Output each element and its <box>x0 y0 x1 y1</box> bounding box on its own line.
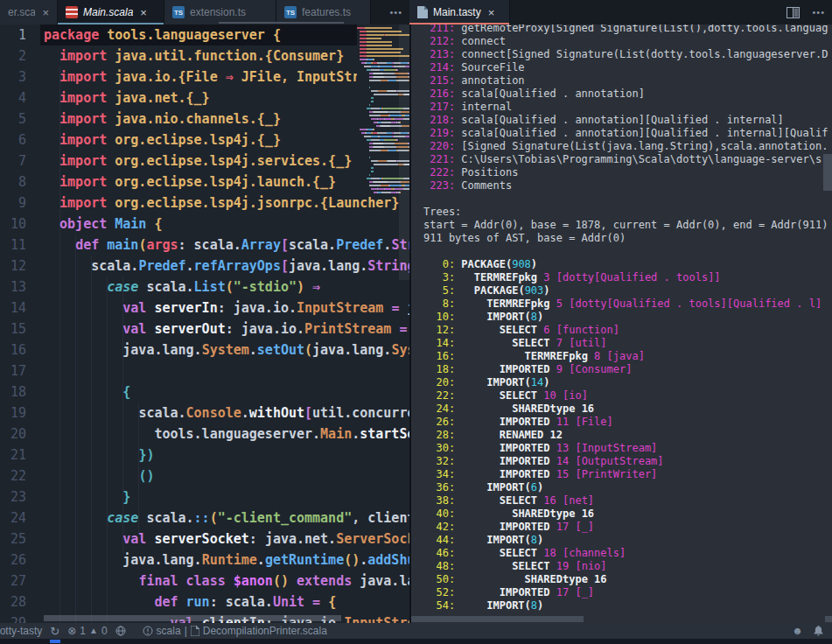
code-line[interactable]: 15 val serverOut: java.io.PrintStream = <box>0 318 409 340</box>
tasty-line[interactable]: 46: SELECT 18 [channels] <box>423 547 832 560</box>
code-line[interactable]: 10 object Main { <box>0 214 409 234</box>
sync-icon[interactable]: ↻ <box>50 626 59 637</box>
editor-main-tasty[interactable]: 211: getRemoteProxy[Signed Signature(Lis… <box>411 24 832 623</box>
tasty-line[interactable]: 32: IMPORTED 14 [OutputStream] <box>423 455 832 468</box>
tasty-line[interactable]: 215: annotation <box>423 74 832 88</box>
code-line[interactable]: 24 case scala.::("-client_command", clie… <box>0 508 409 528</box>
code-line[interactable]: 26 java.lang.Runtime.getRuntime().addShu <box>0 550 409 570</box>
code-line[interactable]: 13 case scala.List("-stdio") ⇒ <box>0 276 409 298</box>
vertical-scrollbar[interactable] <box>823 154 832 191</box>
tasty-line[interactable]: 22: SELECT 10 [io] <box>423 389 832 402</box>
code-line[interactable]: 5 import java.nio.channels.{_} <box>0 108 409 130</box>
code-line[interactable]: 18 { <box>0 382 409 402</box>
tasty-line[interactable]: 24: SHAREDtype 16 <box>423 402 832 416</box>
tasty-line[interactable]: Trees: <box>423 206 832 219</box>
tab-er-scala[interactable]: er.scala × <box>0 0 58 24</box>
code-line[interactable]: 21 }) <box>0 444 409 466</box>
tasty-line[interactable]: 40: SHAREDtype 16 <box>423 508 832 521</box>
tasty-line[interactable]: start = Addr(0), base = 1878, current = … <box>423 219 832 232</box>
editor-main-scala[interactable]: 1package tools.languageserver {2 import … <box>0 24 409 623</box>
tasty-line[interactable]: 212: connect <box>423 35 832 48</box>
more-tabs-icon[interactable]: ••• <box>382 7 409 18</box>
tasty-line[interactable]: 34: IMPORTED 15 [PrintWriter] <box>423 468 832 481</box>
feedback-smiley-icon[interactable]: ☻ <box>792 626 803 636</box>
tasty-line[interactable]: 38: SELECT 16 [net] <box>423 494 832 508</box>
code-line[interactable]: 27 final class $anon() extends java.la <box>0 570 409 592</box>
vertical-scrollbar[interactable] <box>399 24 409 280</box>
tasty-output[interactable]: 211: getRemoteProxy[Signed Signature(Lis… <box>411 24 832 612</box>
code-line[interactable]: 16 java.lang.System.setOut(java.lang.Sys <box>0 340 409 360</box>
tasty-line[interactable]: 8: TERMREFpkg 5 [dotty[Qualified . tools… <box>423 298 832 311</box>
editor-actions-more-icon[interactable]: ••• <box>805 7 832 18</box>
tasty-line[interactable]: 911 bytes of AST, base = Addr(0) <box>423 232 832 245</box>
tasty-line[interactable]: 213: connect[Signed Signature(List(dotty… <box>423 48 832 61</box>
tasty-line[interactable]: 10: IMPORT(8) <box>423 311 832 324</box>
tasty-line[interactable]: 222: Positions <box>423 166 832 179</box>
code-line[interactable]: 1package tools.languageserver { <box>0 24 409 46</box>
tasty-line[interactable]: 52: IMPORTED 17 [_] <box>423 586 832 599</box>
tasty-line[interactable]: 211: getRemoteProxy[Signed Signature(Lis… <box>423 24 832 35</box>
tasty-line[interactable]: 220: [Signed Signature(List(java.lang.St… <box>423 140 832 153</box>
project-name[interactable]: dotty-tasty <box>0 625 42 637</box>
notifications-bell-icon[interactable] <box>814 626 823 636</box>
tasty-line[interactable]: 20: IMPORT(14) <box>423 376 832 389</box>
tasty-line[interactable]: 3: TERMREFpkg 3 [dotty[Qualified . tools… <box>423 271 832 284</box>
tasty-line[interactable]: 12: SELECT 6 [function] <box>423 324 832 337</box>
tab-extension-ts[interactable]: TS extension.ts <box>164 0 276 24</box>
language-status[interactable]: scala | DecompilationPrinter.scala <box>143 625 327 637</box>
tasty-line[interactable]: 14: SELECT 7 [util] <box>423 337 832 350</box>
horizontal-scrollbar[interactable] <box>44 615 341 621</box>
horizontal-scrollbar[interactable] <box>411 616 584 622</box>
close-icon[interactable]: × <box>140 6 147 19</box>
code-line[interactable]: 19 scala.Console.withOut[util.concurre <box>0 402 409 424</box>
code-line[interactable]: 12 scala.Predef.refArrayOps[java.lang.St… <box>0 256 409 276</box>
tasty-line[interactable]: 5: PACKAGE(903) <box>423 284 832 298</box>
code-line[interactable]: 6 import org.eclipse.lsp4j.{_} <box>0 130 409 150</box>
tasty-line[interactable]: 48: SELECT 19 [nio] <box>423 560 832 573</box>
code-line[interactable]: 28 def run: scala.Unit = { <box>0 592 409 612</box>
tasty-line[interactable]: 0: PACKAGE(908) <box>423 258 832 271</box>
code-line[interactable]: 20 tools.languageserver.Main.startSe <box>0 424 409 444</box>
code-line[interactable]: 22 () <box>0 466 409 486</box>
tasty-line[interactable]: 16: TERMREFpkg 8 [java] <box>423 350 832 363</box>
code-line[interactable]: 4 import java.net.{_} <box>0 88 409 108</box>
scala-code[interactable]: 1package tools.languageserver {2 import … <box>0 24 409 623</box>
split-editor-icon[interactable] <box>787 7 800 18</box>
tasty-line[interactable]: 42: IMPORTED 17 [_] <box>423 521 832 534</box>
tasty-line[interactable] <box>423 245 832 258</box>
tasty-line[interactable]: 44: IMPORT(8) <box>423 534 832 547</box>
tasty-line[interactable]: 18: IMPORTED 9 [Consumer] <box>423 363 832 376</box>
tab-features-ts[interactable]: TS features.ts <box>276 0 371 24</box>
code-line[interactable]: 9 import org.eclipse.lsp4j.jsonrpc.{Laun… <box>0 192 409 214</box>
code-line[interactable]: 23 } <box>0 486 409 508</box>
tasty-line[interactable]: 30: IMPORTED 13 [InputStream] <box>423 442 832 455</box>
problems-indicator[interactable]: ⊗ 1 ▲ 0 <box>67 625 107 637</box>
tab-main-tasty[interactable]: Main.tasty × <box>409 0 510 24</box>
close-icon[interactable]: × <box>42 6 49 19</box>
tabbar-scrollbar[interactable] <box>219 22 344 24</box>
tasty-line[interactable]: 223: Comments <box>423 179 832 192</box>
tasty-line[interactable]: 219: scala[Qualified . annotation][Quali… <box>423 127 832 140</box>
tasty-line[interactable]: 54: IMPORT(8) <box>423 599 832 612</box>
close-icon[interactable]: × <box>488 6 495 19</box>
code-line[interactable]: 25 val serverSocket: java.net.ServerSock <box>0 528 409 550</box>
tasty-line[interactable]: 26: IMPORTED 11 [File] <box>423 416 832 429</box>
tasty-line[interactable]: 218: scala[Qualified . annotation][Quali… <box>423 114 832 127</box>
tasty-line[interactable]: 36: IMPORT(6) <box>423 481 832 494</box>
code-line[interactable]: 2 import java.util.function.{Consumer} <box>0 46 409 66</box>
code-line[interactable]: 8 import org.eclipse.lsp4j.launch.{_} <box>0 172 409 192</box>
code-line[interactable]: 17 <box>0 360 409 382</box>
code-line[interactable]: 3 import java.io.{File ⇒ JFile, InputStr… <box>0 66 409 88</box>
tasty-line[interactable]: 28: RENAMED 12 <box>423 429 832 442</box>
code-line[interactable]: 11 def main(args: scala.Array[scala.Pred… <box>0 234 409 256</box>
globe-icon[interactable] <box>115 626 126 636</box>
tasty-line[interactable] <box>423 192 832 206</box>
code-line[interactable]: 7 import org.eclipse.lsp4j.services.{_} <box>0 150 409 172</box>
code-line[interactable]: 14 val serverIn: java.io.InputStream = j… <box>0 298 409 318</box>
tab-main-scala[interactable]: Main.scala × <box>58 0 164 24</box>
tasty-line[interactable]: 217: internal <box>423 101 832 114</box>
tasty-line[interactable]: 221: C:\Users\Tobias\Programming\Scala\d… <box>423 153 832 166</box>
tasty-line[interactable]: 216: scala[Qualified . annotation] <box>423 88 832 101</box>
tasty-line[interactable]: 50: SHAREDtype 16 <box>423 573 832 586</box>
tasty-line[interactable]: 214: SourceFile <box>423 61 832 74</box>
